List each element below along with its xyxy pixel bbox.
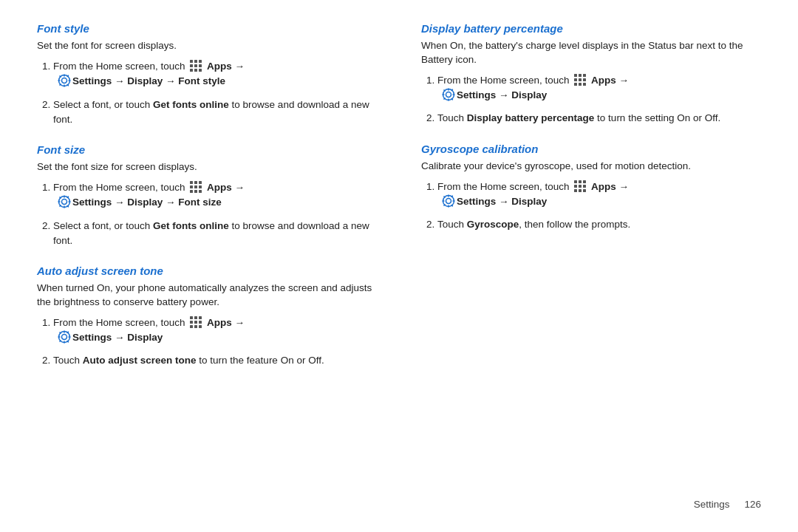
display-battery-step-1: From the Home screen, touch [437, 73, 761, 107]
section-auto-adjust: Auto adjust screen tone When turned On, … [37, 265, 377, 369]
svg-rect-44 [190, 325, 193, 328]
apps-icon-3 [189, 316, 202, 329]
page: Font style Set the font for screen displ… [0, 0, 798, 532]
svg-rect-51 [58, 336, 61, 338]
svg-rect-61 [579, 78, 582, 81]
path-label-display-battery: Settings → Display [457, 88, 547, 103]
svg-rect-40 [199, 316, 202, 319]
svg-rect-46 [199, 325, 202, 328]
svg-point-66 [446, 92, 451, 98]
section-display-battery: Display battery percentage When On, the … [421, 22, 761, 126]
auto-adjust-steps: From the Home screen, touch [37, 316, 377, 369]
page-number: 126 [744, 499, 761, 510]
svg-rect-23 [194, 185, 197, 188]
svg-rect-39 [194, 316, 197, 319]
svg-rect-81 [583, 185, 586, 188]
svg-rect-52 [69, 336, 71, 338]
svg-rect-32 [58, 201, 61, 202]
svg-rect-14 [69, 80, 71, 81]
svg-point-85 [446, 198, 451, 203]
apps-label-2: Apps [207, 182, 232, 193]
svg-rect-31 [64, 206, 65, 208]
section-desc-gyroscope: Calibrate your device's gyroscope, used … [421, 160, 761, 174]
path-label-gyroscope: Settings → Display [457, 194, 547, 209]
section-title-auto-adjust: Auto adjust screen tone [37, 265, 377, 277]
footer-page-info: Settings 126 [694, 499, 761, 510]
svg-rect-63 [574, 83, 577, 86]
svg-rect-59 [583, 74, 586, 77]
svg-rect-5 [199, 64, 202, 67]
font-style-steps: From the Home screen, touch [37, 59, 377, 127]
svg-rect-78 [583, 180, 586, 183]
svg-rect-0 [190, 60, 193, 63]
svg-rect-12 [64, 85, 65, 87]
svg-rect-11 [64, 75, 65, 77]
section-title-font-style: Font style [37, 22, 377, 35]
svg-rect-87 [448, 194, 449, 197]
svg-point-47 [62, 335, 67, 340]
svg-point-28 [62, 200, 67, 205]
svg-rect-82 [574, 189, 577, 192]
apps-label-5: Apps [591, 181, 616, 192]
content-columns: Font style Set the font for screen displ… [37, 22, 761, 491]
svg-rect-60 [574, 78, 577, 81]
svg-rect-83 [579, 189, 582, 192]
step1-text-before-4: From the Home screen, touch [437, 75, 572, 86]
auto-adjust-step-2: Touch Auto adjust screen tone to turn th… [53, 353, 377, 368]
svg-rect-13 [58, 80, 61, 81]
svg-rect-62 [583, 78, 586, 81]
section-font-size: Font size Set the font size for screen d… [37, 143, 377, 248]
font-size-steps: From the Home screen, touch [37, 180, 377, 248]
settings-icon-3 [58, 330, 71, 344]
svg-rect-49 [64, 331, 65, 333]
apps-icon-5 [573, 180, 587, 193]
section-desc-auto-adjust: When turned On, your phone automatically… [37, 282, 377, 310]
svg-rect-43 [199, 321, 202, 324]
svg-rect-88 [448, 205, 449, 207]
svg-rect-76 [574, 180, 577, 183]
auto-adjust-step-1: From the Home screen, touch [53, 316, 377, 349]
step1-text-before-3: From the Home screen, touch [53, 317, 188, 328]
apps-icon-2 [189, 180, 202, 194]
svg-rect-77 [579, 180, 582, 183]
apps-label-3: Apps [207, 317, 232, 328]
font-size-step-1: From the Home screen, touch [53, 180, 377, 214]
path-label-font-size: Settings → Display → Font size [72, 195, 222, 210]
section-desc-display-battery: When On, the battery's charge level disp… [421, 39, 761, 67]
display-battery-steps: From the Home screen, touch [421, 73, 761, 126]
section-title-font-size: Font size [37, 143, 377, 156]
svg-rect-26 [194, 190, 197, 193]
font-style-step-1: From the Home screen, touch [53, 59, 377, 93]
svg-rect-84 [583, 189, 586, 192]
section-font-style: Font style Set the font for screen displ… [37, 22, 377, 127]
svg-rect-6 [190, 69, 193, 72]
svg-rect-71 [453, 94, 455, 95]
svg-rect-70 [443, 94, 445, 95]
path-label-font-style: Settings → Display → Font style [72, 74, 225, 89]
svg-rect-21 [199, 181, 202, 184]
svg-rect-8 [199, 69, 202, 72]
svg-rect-42 [194, 321, 197, 324]
svg-rect-41 [190, 321, 193, 324]
section-title-display-battery: Display battery percentage [421, 22, 761, 35]
svg-rect-3 [190, 64, 193, 67]
section-title-gyroscope: Gyroscope calibration [421, 143, 761, 155]
apps-label-4: Apps [591, 75, 616, 86]
section-desc-font-style: Set the font for screen displays. [37, 39, 377, 53]
svg-rect-7 [194, 69, 197, 72]
section-desc-font-size: Set the font size for screen displays. [37, 160, 377, 174]
svg-rect-45 [194, 325, 197, 328]
svg-rect-22 [190, 185, 193, 188]
svg-rect-33 [69, 201, 71, 202]
font-style-step-2: Select a font, or touch Get fonts online… [53, 98, 377, 128]
svg-rect-80 [579, 185, 582, 188]
svg-rect-65 [583, 83, 586, 86]
apps-label-1: Apps [207, 61, 232, 72]
gyroscope-step-2: Touch Gyroscope, then follow the prompts… [437, 217, 761, 232]
settings-icon-5 [442, 194, 455, 208]
svg-rect-2 [199, 60, 202, 63]
svg-rect-50 [64, 341, 65, 344]
svg-rect-24 [199, 185, 202, 188]
svg-rect-58 [579, 74, 582, 77]
svg-rect-4 [194, 64, 197, 67]
